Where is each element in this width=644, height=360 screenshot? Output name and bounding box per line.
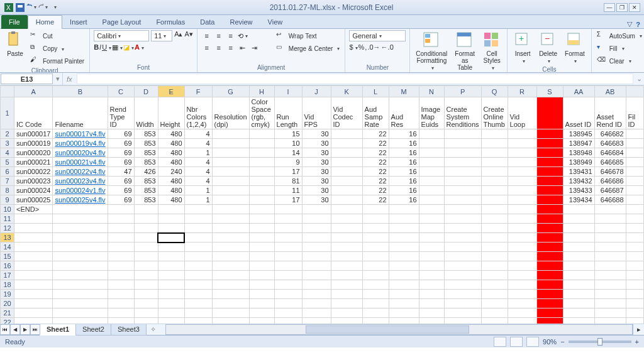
cell-J15[interactable] bbox=[302, 252, 331, 261]
col-header-K[interactable]: K bbox=[331, 86, 362, 97]
data-cell[interactable] bbox=[331, 177, 362, 186]
cell-R13[interactable] bbox=[508, 233, 536, 243]
col-header-AA[interactable]: AA bbox=[563, 86, 594, 97]
cell-A19[interactable] bbox=[14, 290, 53, 299]
cell-N21[interactable] bbox=[419, 308, 444, 318]
data-cell[interactable]: 22 bbox=[362, 148, 389, 158]
data-cell[interactable]: 30 bbox=[302, 195, 331, 205]
cell-F19[interactable] bbox=[184, 290, 212, 299]
data-cell[interactable] bbox=[331, 167, 362, 177]
align-top-icon[interactable]: ≡ bbox=[201, 30, 213, 41]
cell-N18[interactable] bbox=[419, 280, 444, 290]
row-header-2[interactable]: 2 bbox=[1, 129, 14, 139]
cell-D19[interactable] bbox=[134, 290, 158, 299]
cell-A13[interactable] bbox=[14, 233, 53, 243]
data-cell[interactable]: 480 bbox=[158, 195, 184, 205]
cell-P18[interactable] bbox=[444, 280, 481, 290]
font-size-combo[interactable]: 11 bbox=[151, 30, 172, 41]
cell-D14[interactable] bbox=[134, 243, 158, 252]
cell-S15[interactable] bbox=[536, 252, 563, 261]
page-break-view-icon[interactable] bbox=[526, 337, 539, 347]
cell-D18[interactable] bbox=[134, 280, 158, 290]
data-cell[interactable]: 853 bbox=[134, 177, 158, 186]
cell-S17[interactable] bbox=[536, 271, 563, 280]
data-cell[interactable]: 22 bbox=[362, 129, 389, 139]
cell-AB17[interactable] bbox=[594, 271, 626, 280]
data-cell[interactable]: sun000019 bbox=[14, 139, 53, 148]
cell-M17[interactable] bbox=[389, 271, 419, 280]
cell-R14[interactable] bbox=[508, 243, 536, 252]
cell-C12[interactable] bbox=[108, 224, 134, 233]
cell-C15[interactable] bbox=[108, 252, 134, 261]
cell-B12[interactable] bbox=[53, 224, 108, 233]
format-cells-button[interactable]: Format bbox=[562, 30, 587, 65]
col-header-Q[interactable]: Q bbox=[481, 86, 508, 97]
cell-E12[interactable] bbox=[158, 224, 184, 233]
row-header-11[interactable]: 11 bbox=[1, 214, 14, 224]
cell-S21[interactable] bbox=[536, 308, 563, 318]
row-header-22[interactable]: 22 bbox=[1, 318, 14, 324]
cell-F12[interactable] bbox=[184, 224, 212, 233]
data-cell[interactable] bbox=[508, 129, 536, 139]
cell-M11[interactable] bbox=[389, 214, 419, 224]
percent-icon[interactable]: % bbox=[358, 43, 365, 51]
cell-Q22[interactable] bbox=[481, 318, 508, 324]
paste-button[interactable]: Paste bbox=[4, 30, 26, 58]
col-header-A[interactable]: A bbox=[14, 86, 53, 97]
cell-AA15[interactable] bbox=[563, 252, 594, 261]
data-cell[interactable]: sun000017 bbox=[14, 129, 53, 139]
fill-color-button[interactable]: ◪ bbox=[123, 43, 134, 52]
data-cell[interactable]: 22 bbox=[362, 177, 389, 186]
data-cell[interactable]: sun000020 bbox=[14, 148, 53, 158]
data-cell[interactable]: 480 bbox=[158, 129, 184, 139]
col-header-AB[interactable]: AB bbox=[594, 86, 626, 97]
data-cell[interactable]: 69 bbox=[108, 177, 134, 186]
data-cell[interactable]: sun000024v1.flv bbox=[53, 186, 108, 195]
data-cell[interactable]: 4 bbox=[184, 158, 212, 167]
header-cell[interactable]: Asset ID bbox=[563, 97, 594, 129]
cell-D20[interactable] bbox=[134, 299, 158, 308]
data-cell[interactable]: 138949 bbox=[563, 158, 594, 167]
cell-G15[interactable] bbox=[212, 252, 249, 261]
data-cell[interactable] bbox=[536, 195, 563, 205]
cell-P21[interactable] bbox=[444, 308, 481, 318]
cell-H17[interactable] bbox=[249, 271, 274, 280]
cell-F15[interactable] bbox=[184, 252, 212, 261]
data-cell[interactable] bbox=[419, 129, 444, 139]
data-cell[interactable] bbox=[249, 177, 274, 186]
cell-P17[interactable] bbox=[444, 271, 481, 280]
zoom-slider[interactable] bbox=[569, 341, 631, 343]
data-cell[interactable]: 16 bbox=[389, 186, 419, 195]
cell-B18[interactable] bbox=[53, 280, 108, 290]
cell-A16[interactable] bbox=[14, 261, 53, 271]
cell-S16[interactable] bbox=[536, 261, 563, 271]
data-cell[interactable]: 646678 bbox=[594, 167, 626, 177]
data-cell[interactable] bbox=[249, 158, 274, 167]
cell-A15[interactable] bbox=[14, 252, 53, 261]
cell-F21[interactable] bbox=[184, 308, 212, 318]
cell-C13[interactable] bbox=[108, 233, 134, 243]
cell-F16[interactable] bbox=[184, 261, 212, 271]
cell-D11[interactable] bbox=[134, 214, 158, 224]
cell-L13[interactable] bbox=[362, 233, 389, 243]
cell-I13[interactable] bbox=[274, 233, 302, 243]
increase-decimal-icon[interactable]: .0→ bbox=[367, 43, 380, 51]
cell-N19[interactable] bbox=[419, 290, 444, 299]
minimize-button[interactable]: — bbox=[604, 3, 615, 12]
col-header-H[interactable]: H bbox=[249, 86, 274, 97]
data-cell[interactable]: 30 bbox=[302, 129, 331, 139]
data-cell[interactable] bbox=[536, 167, 563, 177]
data-cell[interactable]: 14 bbox=[274, 148, 302, 158]
data-cell[interactable]: 4 bbox=[184, 129, 212, 139]
cell-H19[interactable] bbox=[249, 290, 274, 299]
cell-E21[interactable] bbox=[158, 308, 184, 318]
cell-E17[interactable] bbox=[158, 271, 184, 280]
col-header-J[interactable]: J bbox=[302, 86, 331, 97]
cell-AA18[interactable] bbox=[563, 280, 594, 290]
page-layout-view-icon[interactable] bbox=[510, 337, 523, 347]
align-right-icon[interactable]: ≡ bbox=[225, 42, 236, 53]
cell-M20[interactable] bbox=[389, 299, 419, 308]
data-cell[interactable]: 4 bbox=[184, 139, 212, 148]
data-cell[interactable]: 22 bbox=[362, 195, 389, 205]
data-cell[interactable]: sun000022 bbox=[14, 167, 53, 177]
